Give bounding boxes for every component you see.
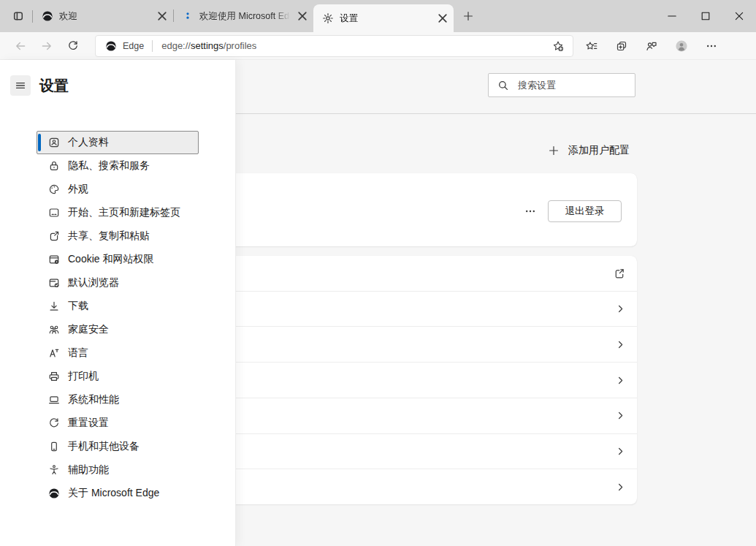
settings-row[interactable] [205, 398, 637, 434]
forward-arrow-icon [41, 40, 53, 52]
tab-close-icon [156, 10, 168, 22]
settings-search-box[interactable] [488, 73, 635, 97]
maximize-button[interactable] [689, 0, 722, 32]
sidebar-item-label: 系统和性能 [68, 393, 119, 406]
nav-button[interactable] [60, 35, 86, 57]
sidebar-item[interactable]: 共享、复制和粘贴 [37, 224, 199, 248]
settings-row[interactable] [205, 292, 637, 327]
sidebar-item[interactable]: 关于 Microsoft Edge [37, 482, 199, 505]
avatar-icon [676, 40, 687, 52]
languages-icon [48, 347, 60, 359]
sidebar-item[interactable]: 辅助功能 [37, 458, 199, 482]
add-profile-button[interactable]: 添加用户配置 [543, 140, 634, 161]
sidebar-nav: 个人资料 隐私、搜索和服务 外观 开始、主页和新建标签页 [37, 131, 199, 505]
sidebar-item[interactable]: 个人资料 [37, 131, 199, 154]
settings-row[interactable] [205, 256, 637, 292]
edge-logo-icon [42, 10, 53, 22]
sidebar-item[interactable]: 重置设置 [37, 412, 199, 435]
site-label: Edge [123, 41, 144, 51]
settings-row[interactable] [205, 363, 637, 398]
start-home-tabs-icon [48, 207, 60, 219]
sidebar-item[interactable]: 语言 [37, 341, 199, 365]
external-link-icon [614, 268, 625, 279]
toolbar-action-button[interactable] [639, 35, 664, 57]
tab-title: 设置 [340, 12, 430, 25]
system-performance-icon [48, 394, 60, 406]
sidebar-item-label: 隐私、搜索和服务 [68, 159, 150, 172]
sidebar-item[interactable]: 下载 [37, 295, 199, 318]
sidebar-item[interactable]: Cookie 和网站权限 [37, 248, 199, 271]
sidebar-item[interactable]: 家庭安全 [37, 318, 199, 341]
sidebar-item-label: 手机和其他设备 [68, 440, 140, 453]
url-text: edge://settings/profiles [161, 40, 545, 51]
default-browser-icon [48, 277, 60, 289]
url-path: /profiles [224, 40, 257, 51]
browser-window: 欢迎 欢迎使用 Microsoft Edg 设置 [0, 0, 756, 546]
search-icon [497, 80, 509, 91]
minimize-icon [666, 10, 678, 22]
tab-title: 欢迎 [59, 10, 150, 23]
nav-button[interactable] [7, 35, 34, 57]
profile-card: 退出登录 [205, 173, 637, 246]
hamburger-icon [15, 80, 26, 91]
favorites-star-icon [586, 40, 597, 52]
nav-buttons [7, 35, 86, 57]
address-bar[interactable]: Edge edge://settings/profiles [95, 35, 573, 57]
sidebar-item[interactable]: 系统和性能 [37, 388, 199, 412]
toolbar-action-button[interactable] [609, 35, 634, 57]
toolbar-action-button[interactable] [669, 35, 694, 57]
browser-tab[interactable]: 欢迎 [33, 0, 173, 32]
reset-settings-icon [48, 417, 60, 429]
feedback-icon [646, 40, 657, 52]
browser-tab[interactable]: 设置 [313, 4, 454, 32]
more-options-button[interactable] [522, 205, 539, 218]
maximize-icon [700, 10, 711, 22]
tab-close-icon [297, 10, 308, 22]
chevron-right-icon [616, 304, 625, 314]
more-horizontal-icon [706, 40, 717, 52]
refresh-icon [67, 40, 79, 52]
chevron-right-icon [616, 411, 625, 420]
minimize-button[interactable] [655, 0, 689, 32]
edge-logo-icon [105, 40, 117, 52]
toolbar-action-button[interactable] [579, 35, 604, 57]
sidebar-item[interactable]: 手机和其他设备 [37, 435, 199, 458]
sidebar-item[interactable]: 开始、主页和新建标签页 [37, 201, 199, 224]
add-favorite-button[interactable] [545, 35, 571, 57]
nav-button[interactable] [34, 35, 60, 57]
sidebar-item-label: 外观 [68, 183, 88, 196]
sidebar-item[interactable]: 打印机 [37, 365, 199, 388]
address-separator [152, 40, 153, 52]
sidebar-item-label: 个人资料 [68, 136, 109, 149]
tab-strip: 欢迎 欢迎使用 Microsoft Edg 设置 [0, 0, 756, 32]
printers-icon [48, 371, 60, 382]
browser-tab[interactable]: 欢迎使用 Microsoft Edg [173, 0, 313, 32]
close-button[interactable] [722, 0, 756, 32]
tab-actions-icon [12, 10, 24, 22]
sidebar-item[interactable]: 外观 [37, 178, 199, 201]
more-horizontal-icon [524, 205, 536, 217]
new-tab-button[interactable] [458, 6, 478, 26]
settings-sidebar: 设置 个人资料 隐私、搜索和服务 外观 [0, 60, 235, 546]
sidebar-item[interactable]: 隐私、搜索和服务 [37, 154, 199, 178]
menu-toggle-button[interactable] [10, 75, 31, 96]
about-edge-icon [48, 488, 60, 499]
tab-close-button[interactable] [436, 12, 449, 25]
settings-row[interactable] [205, 469, 637, 504]
toolbar-action-button[interactable] [699, 35, 724, 57]
settings-row[interactable] [205, 434, 637, 470]
settings-row[interactable] [205, 327, 637, 363]
settings-list-card [205, 256, 637, 504]
chevron-right-icon [616, 340, 625, 349]
sign-out-button[interactable]: 退出登录 [548, 200, 622, 222]
tab-actions-button[interactable] [7, 5, 29, 27]
cookies-permissions-icon [48, 254, 60, 265]
phone-devices-icon [48, 441, 60, 452]
tab-close-button[interactable] [156, 10, 169, 23]
sidebar-item[interactable]: 默认浏览器 [37, 271, 199, 295]
back-arrow-icon [15, 40, 26, 52]
tab-close-button[interactable] [296, 10, 309, 23]
privacy-lock-icon [48, 160, 60, 172]
downloads-icon [48, 300, 60, 312]
search-input[interactable] [516, 79, 629, 91]
